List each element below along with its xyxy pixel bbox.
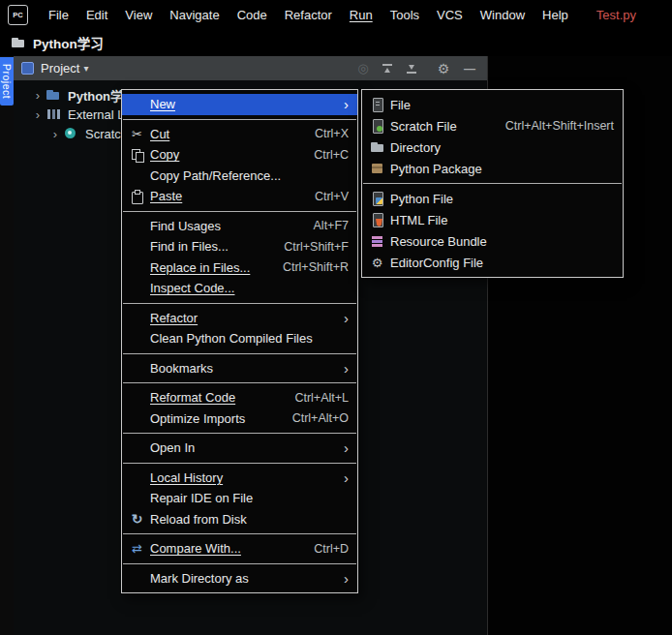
pycharm-window: PC FileEditViewNavigateCodeRefactorRunTo… <box>0 0 672 635</box>
menu-item-label: New <box>150 97 175 111</box>
menu-item-label: Reload from Disk <box>150 512 247 527</box>
tree-chevron-icon[interactable]: › <box>31 88 45 103</box>
menu-separator <box>123 433 356 434</box>
current-file-label[interactable]: Test.py <box>596 8 636 22</box>
menubar-item-refactor[interactable]: Refactor <box>276 3 341 27</box>
menu-item-open-in[interactable]: Open In› <box>122 438 357 459</box>
menu-item-label: Scratch File <box>390 119 457 134</box>
editorconfig-icon: ⚙ <box>369 255 385 270</box>
menu-item-file[interactable]: File <box>362 94 623 115</box>
chevron-down-icon[interactable]: ▾ <box>83 63 88 74</box>
menu-item-editorconfig-file[interactable]: ⚙EditorConfig File <box>362 252 623 273</box>
menu-separator <box>123 463 356 464</box>
submenu-arrow-icon: › <box>322 361 349 376</box>
menubar-item-code[interactable]: Code <box>229 3 276 27</box>
python-file-icon <box>369 191 385 206</box>
menu-item-label: Inspect Code... <box>150 281 234 295</box>
menu-item-copy[interactable]: CopyCtrl+C <box>122 144 357 166</box>
menu-item-reload-from-disk[interactable]: ↻Reload from Disk <box>122 509 357 530</box>
menu-item-compare-with[interactable]: ⇄Compare With...Ctrl+D <box>122 538 357 559</box>
menu-shortcut: Ctrl+Alt+O <box>271 411 349 425</box>
menu-item-python-file[interactable]: Python File <box>362 188 623 209</box>
menu-separator <box>123 533 356 534</box>
menubar-item-help[interactable]: Help <box>534 3 577 27</box>
compare-icon: ⇄ <box>129 541 145 557</box>
menubar-item-run[interactable]: Run <box>341 3 382 27</box>
scissors-icon: ✂ <box>129 126 145 141</box>
menu-item-inspect-code[interactable]: Inspect Code... <box>122 278 357 299</box>
menu-item-mark-directory-as[interactable]: Mark Directory as› <box>122 568 357 590</box>
new-submenu: FileScratch FileCtrl+Alt+Shift+InsertDir… <box>361 89 624 278</box>
menu-item-label: Cut <box>150 127 169 141</box>
menu-item-label: Clean Python Compiled Files <box>150 331 313 346</box>
menu-item-label: Repair IDE on File <box>150 491 253 505</box>
menu-item-new[interactable]: New› <box>122 94 357 115</box>
menu-item-find-in-files[interactable]: Find in Files...Ctrl+Shift+F <box>122 236 357 257</box>
paste-icon <box>129 189 145 204</box>
menu-shortcut: Ctrl+Alt+L <box>273 391 349 405</box>
project-title-bar: Python学习 <box>0 29 672 56</box>
menu-item-paste[interactable]: PasteCtrl+V <box>122 186 357 207</box>
menu-item-label: Replace in Files... <box>150 260 250 275</box>
menu-item-replace-in-files[interactable]: Replace in Files...Ctrl+Shift+R <box>122 257 357 279</box>
menubar-item-vcs[interactable]: VCS <box>428 3 472 27</box>
panel-view-selector[interactable]: Project <box>41 61 79 76</box>
menu-item-label: Python Package <box>390 162 482 176</box>
menu-item-html-file[interactable]: HTML File <box>362 209 623 230</box>
menu-item-directory[interactable]: Directory <box>362 136 623 158</box>
menu-item-label: Refactor <box>150 311 198 325</box>
menubar-item-edit[interactable]: Edit <box>77 3 116 27</box>
project-stripe-tab[interactable]: Project <box>0 57 14 106</box>
hide-icon[interactable]: — <box>462 61 477 76</box>
menu-item-label: Directory <box>390 140 441 155</box>
menu-item-label: Resource Bundle <box>390 234 487 249</box>
menubar: PC FileEditViewNavigateCodeRefactorRunTo… <box>0 0 672 29</box>
project-title: Python学习 <box>33 33 104 52</box>
menu-item-label: Compare With... <box>150 541 241 556</box>
menu-separator <box>123 382 356 383</box>
menubar-item-navigate[interactable]: Navigate <box>161 3 228 27</box>
panel-toolbar: ◎⚙— <box>355 61 481 76</box>
settings-icon[interactable]: ⚙ <box>436 61 451 76</box>
libraries-icon <box>45 106 61 122</box>
menu-item-optimize-imports[interactable]: Optimize ImportsCtrl+Alt+O <box>122 408 357 430</box>
menu-item-scratch-file[interactable]: Scratch FileCtrl+Alt+Shift+Insert <box>362 115 623 136</box>
menubar-item-tools[interactable]: Tools <box>382 3 428 27</box>
menu-item-refactor[interactable]: Refactor› <box>122 308 357 329</box>
menu-item-resource-bundle[interactable]: Resource Bundle <box>362 230 623 252</box>
expand-all-icon[interactable] <box>404 61 419 76</box>
menu-item-label: Find in Files... <box>150 239 229 254</box>
menu-shortcut: Ctrl+X <box>293 127 349 140</box>
submenu-arrow-icon: › <box>322 440 349 455</box>
tree-chevron-icon[interactable]: › <box>31 107 45 122</box>
menu-item-cut[interactable]: ✂CutCtrl+X <box>122 124 357 145</box>
locate-icon[interactable]: ◎ <box>355 61 371 76</box>
menu-item-repair-ide-on-file[interactable]: Repair IDE on File <box>122 488 357 509</box>
menu-separator <box>123 353 356 354</box>
collapse-all-icon[interactable] <box>380 61 395 76</box>
menu-item-copy-path-reference[interactable]: Copy Path/Reference... <box>122 166 357 187</box>
menu-shortcut: Ctrl+C <box>292 148 349 162</box>
menu-item-bookmarks[interactable]: Bookmarks› <box>122 358 357 379</box>
menu-item-label: Bookmarks <box>150 361 213 376</box>
menubar-item-view[interactable]: View <box>116 3 161 27</box>
menu-item-label: EditorConfig File <box>390 256 483 270</box>
menu-item-clean-python-compiled-files[interactable]: Clean Python Compiled Files <box>122 328 357 349</box>
menubar-item-file[interactable]: File <box>40 3 77 27</box>
menubar-items: FileEditViewNavigateCodeRefactorRunTools… <box>40 3 577 27</box>
copy-icon <box>129 147 145 163</box>
menu-item-label: Copy <box>150 147 179 162</box>
scratch-file-icon <box>369 118 385 134</box>
menu-shortcut: Ctrl+Alt+Shift+Insert <box>484 119 614 133</box>
menu-item-reformat-code[interactable]: Reformat CodeCtrl+Alt+L <box>122 387 357 408</box>
menu-item-local-history[interactable]: Local History› <box>122 468 357 489</box>
menu-item-label: Paste <box>150 189 182 203</box>
menubar-item-window[interactable]: Window <box>472 3 534 27</box>
scratches-icon <box>62 126 78 141</box>
menu-separator <box>123 211 356 212</box>
project-panel-header: Project ▾ ◎⚙— <box>14 56 487 80</box>
menu-item-python-package[interactable]: Python Package <box>362 158 623 179</box>
menu-shortcut: Ctrl+V <box>293 190 349 203</box>
menu-item-find-usages[interactable]: Find UsagesAlt+F7 <box>122 216 357 237</box>
tree-chevron-icon[interactable]: › <box>48 127 62 141</box>
